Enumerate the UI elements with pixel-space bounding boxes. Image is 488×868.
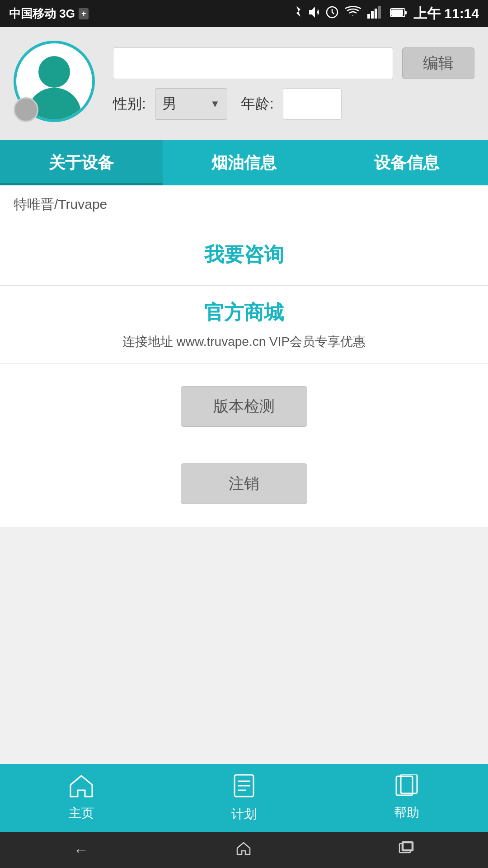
avatar-head <box>38 56 70 88</box>
version-row: 版本检测 <box>0 363 488 445</box>
nav-help-label: 帮助 <box>394 804 419 821</box>
consult-row[interactable]: 我要咨询 <box>0 224 488 286</box>
brand-row: 特唯晋/Truvape <box>0 185 488 224</box>
gender-select[interactable]: 男 ▼ <box>155 88 227 120</box>
android-nav-bar: ← <box>0 832 488 868</box>
svg-rect-2 <box>371 11 374 19</box>
status-time: 上午 11:14 <box>413 5 479 23</box>
shop-row[interactable]: 官方商城 连接地址 www.truvape.cn VIP会员专享优惠 <box>0 286 488 363</box>
shop-subtitle: 连接地址 www.truvape.cn VIP会员专享优惠 <box>14 333 474 359</box>
avatar-container <box>14 41 99 127</box>
nav-item-help[interactable]: 帮助 <box>325 774 488 821</box>
home-icon <box>69 774 94 801</box>
tab-device-info[interactable]: 设备信息 <box>325 140 488 185</box>
version-check-button[interactable]: 版本检测 <box>181 386 307 427</box>
svg-rect-13 <box>401 774 417 793</box>
age-label: 年龄: <box>241 94 274 114</box>
main-content: 特唯晋/Truvape 我要咨询 官方商城 连接地址 www.truvape.c… <box>0 185 488 527</box>
gender-label: 性别: <box>113 94 146 114</box>
tab-bar: 关于设备 烟油信息 设备信息 <box>0 140 488 185</box>
profile-fields: 编辑 性别: 男 ▼ 年龄: <box>113 47 474 120</box>
nav-home-label: 主页 <box>69 805 94 822</box>
carrier-text: 中国移动 3G <box>9 6 75 22</box>
svg-rect-1 <box>367 14 370 19</box>
signal-icon <box>367 6 384 22</box>
nav-item-home[interactable]: 主页 <box>0 774 163 822</box>
bluetooth-icon <box>291 5 301 23</box>
name-input-field[interactable] <box>113 47 393 79</box>
status-plus: + <box>79 8 89 19</box>
svg-rect-7 <box>405 11 407 14</box>
chevron-down-icon: ▼ <box>210 98 220 110</box>
status-icons: 上午 11:14 <box>291 5 479 23</box>
shop-title: 官方商城 <box>14 299 474 326</box>
gender-value: 男 <box>162 94 177 114</box>
profile-section: 编辑 性别: 男 ▼ 年龄: <box>0 27 488 140</box>
brand-name: 特唯晋/Truvape <box>14 197 107 212</box>
svg-rect-6 <box>391 9 403 16</box>
help-icon <box>394 774 419 801</box>
edit-button[interactable]: 编辑 <box>402 47 474 79</box>
tab-vape-info[interactable]: 烟油信息 <box>163 140 325 185</box>
recents-button[interactable] <box>399 841 415 859</box>
consult-label: 我要咨询 <box>204 241 284 268</box>
wifi-icon <box>345 6 361 22</box>
svg-rect-4 <box>378 6 381 19</box>
nav-item-plan[interactable]: 计划 <box>163 773 325 823</box>
battery-icon <box>390 7 407 21</box>
nav-plan-label: 计划 <box>231 806 257 823</box>
profile-top-row: 编辑 <box>113 47 474 79</box>
bottom-nav: 主页 计划 帮助 <box>0 764 488 832</box>
plan-icon <box>233 773 255 802</box>
profile-bottom-row: 性别: 男 ▼ 年龄: <box>113 88 474 120</box>
clock-icon <box>326 6 338 22</box>
tab-about-device[interactable]: 关于设备 <box>0 140 163 185</box>
carrier-info: 中国移动 3G + <box>9 6 89 22</box>
svg-rect-12 <box>396 776 413 795</box>
mute-icon <box>308 5 319 22</box>
avatar-badge <box>14 97 38 122</box>
age-input-field[interactable] <box>283 88 342 120</box>
logout-row: 注销 <box>0 445 488 527</box>
status-bar: 中国移动 3G + <box>0 0 488 27</box>
svg-rect-3 <box>375 9 377 19</box>
logout-button[interactable]: 注销 <box>181 463 307 504</box>
home-button[interactable] <box>235 840 252 860</box>
back-button[interactable]: ← <box>73 841 89 859</box>
